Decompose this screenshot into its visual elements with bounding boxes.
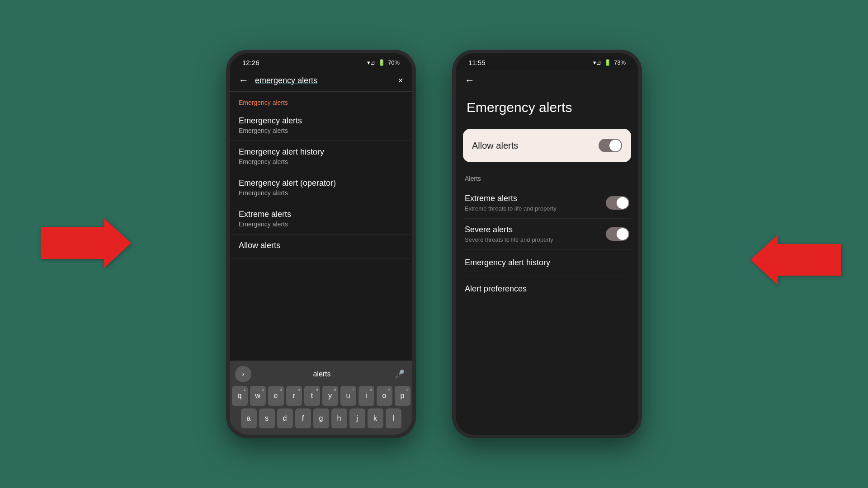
wifi-icon: ▾⊿ [367,59,375,66]
key-t[interactable]: 5t [304,386,320,406]
battery-icon-settings: 🔋 [604,59,611,66]
search-item-title-4: Allow alerts [239,241,403,250]
svg-marker-1 [750,235,841,285]
key-u[interactable]: 7u [340,386,356,406]
extreme-alerts-text: Extreme alerts Extreme threats to life a… [465,194,557,212]
extreme-alerts-subtitle: Extreme threats to life and property [465,205,557,212]
search-item-extreme-alerts[interactable]: Extreme alerts Emergency alerts [230,203,412,235]
search-item-emergency-alerts[interactable]: Emergency alerts Emergency alerts [230,110,412,141]
keyboard-row-2: a s d f g h j k l [231,408,410,428]
key-w[interactable]: 2w [250,386,266,406]
search-item-title-0: Emergency alerts [239,116,403,126]
key-e[interactable]: 3e [268,386,284,406]
severe-alerts-text: Severe alerts Severe threats to life and… [465,225,553,243]
extreme-alerts-toggle[interactable] [606,196,629,210]
search-category-label: Emergency alerts [230,92,412,110]
keyboard-mic-button[interactable]: 🎤 [392,367,407,381]
key-s[interactable]: s [259,408,275,428]
back-arrow-search[interactable]: ← [239,75,249,86]
key-y[interactable]: 6y [322,386,338,406]
scene: 12:26 ▾⊿ 🔋 70% ← emergency alerts × Emer… [0,0,868,488]
time-search: 12:26 [242,59,259,66]
key-p[interactable]: 0p [395,386,410,406]
key-d[interactable]: d [277,408,293,428]
alert-item-severe: Severe alerts Severe threats to life and… [463,219,631,250]
arrow-right [750,235,841,286]
search-item-alert-history[interactable]: Emergency alert history Emergency alerts [230,141,412,172]
severe-alerts-subtitle: Severe threats to life and property [465,236,553,243]
battery-percent-search: 70% [388,59,400,66]
search-results: Emergency alerts Emergency alerts Emerge… [230,92,412,361]
severe-alerts-toggle[interactable] [606,227,629,241]
battery-icon: 🔋 [378,59,385,66]
key-f[interactable]: f [295,408,311,428]
search-item-sub-3: Emergency alerts [239,221,403,228]
search-bar: ← emergency alerts × [230,70,412,91]
keyboard-top-row: › alerts 🎤 [231,364,410,384]
status-icons-search: ▾⊿ 🔋 70% [367,59,400,66]
search-item-sub-1: Emergency alerts [239,158,403,165]
settings-content: ← Emergency alerts Allow alerts Alerts E… [456,70,638,435]
search-item-alert-operator[interactable]: Emergency alert (operator) Emergency ale… [230,172,412,203]
search-input[interactable]: emergency alerts [255,76,392,85]
keyboard-go-button[interactable]: › [235,366,251,382]
extreme-alerts-title: Extreme alerts [465,194,557,203]
phone-settings: 11:55 ▾⊿ 🔋 73% ← Emergency alerts Allow … [452,50,642,438]
svg-marker-0 [41,218,131,268]
status-bar-settings: 11:55 ▾⊿ 🔋 73% [456,53,638,70]
keyboard-row-1: 1q 2w 3e 4r 5t 6y 7u 8i 9o 0p [231,386,410,406]
settings-page-title: Emergency alerts [456,91,638,129]
keyboard: › alerts 🎤 1q 2w 3e 4r 5t 6y 7u 8i 9o 0p… [230,361,412,435]
time-settings: 11:55 [468,59,486,66]
search-item-title-1: Emergency alert history [239,147,403,157]
settings-header: ← [456,70,638,91]
emergency-alert-history-link[interactable]: Emergency alert history [463,250,631,276]
search-item-sub-2: Emergency alerts [239,189,403,197]
key-r[interactable]: 4r [286,386,302,406]
allow-alerts-toggle[interactable] [599,139,622,152]
status-bar-search: 12:26 ▾⊿ 🔋 70% [230,53,412,70]
back-arrow-settings[interactable]: ← [465,75,475,86]
alert-item-extreme: Extreme alerts Extreme threats to life a… [463,188,631,219]
battery-percent-settings: 73% [614,59,626,66]
clear-button[interactable]: × [398,75,403,86]
toggle-knob-extreme [617,197,628,209]
key-h[interactable]: h [331,408,347,428]
key-g[interactable]: g [313,408,329,428]
keyboard-word: alerts [255,370,389,378]
allow-alerts-card: Allow alerts [463,129,631,162]
phone-search: 12:26 ▾⊿ 🔋 70% ← emergency alerts × Emer… [226,50,416,438]
toggle-knob-severe [617,228,628,240]
settings-body: Allow alerts Alerts Extreme alerts Extre… [456,129,638,435]
search-item-title-3: Extreme alerts [239,210,403,219]
arrow-left [41,218,131,270]
key-i[interactable]: 8i [359,386,374,406]
key-l[interactable]: l [386,408,401,428]
search-item-allow-alerts[interactable]: Allow alerts [230,235,412,258]
key-a[interactable]: a [241,408,257,428]
key-k[interactable]: k [368,408,383,428]
search-item-sub-0: Emergency alerts [239,127,403,134]
allow-alerts-label: Allow alerts [472,141,518,151]
key-j[interactable]: j [349,408,365,428]
status-icons-settings: ▾⊿ 🔋 73% [593,59,626,66]
severe-alerts-title: Severe alerts [465,225,553,235]
alert-preferences-link[interactable]: Alert preferences [463,276,631,302]
alerts-section-label: Alerts [463,175,631,188]
key-o[interactable]: 9o [377,386,392,406]
key-q[interactable]: 1q [232,386,248,406]
search-item-title-2: Emergency alert (operator) [239,178,403,188]
toggle-knob-allow [609,140,621,151]
wifi-icon-settings: ▾⊿ [593,59,601,66]
